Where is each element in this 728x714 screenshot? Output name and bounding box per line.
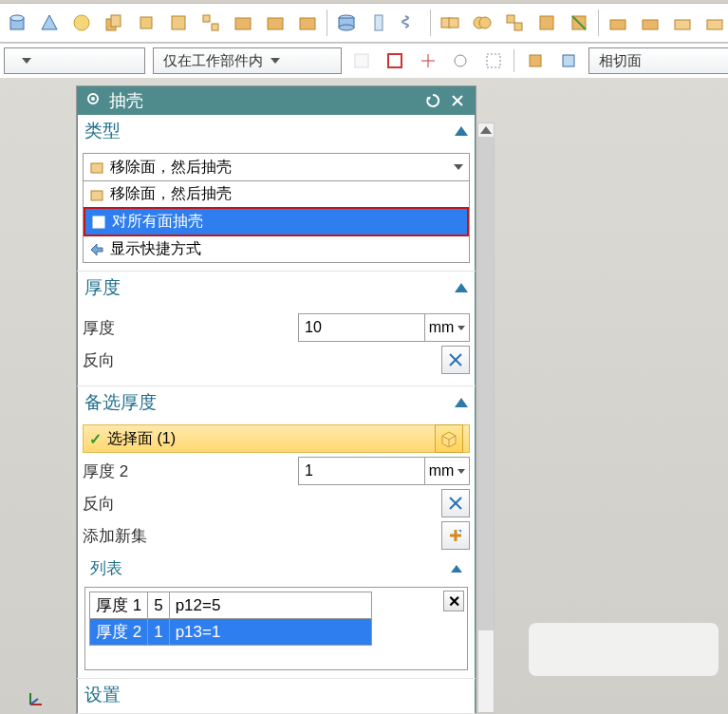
type-option-allfaces-label: 对所有面抽壳: [112, 212, 203, 232]
tool-db-icon[interactable]: [333, 9, 360, 36]
svg-rect-44: [91, 191, 103, 200]
filter-combo-1[interactable]: [4, 47, 145, 74]
section-alt-thickness-header[interactable]: 备选厚度: [77, 386, 476, 421]
tool-boolean1-icon[interactable]: [437, 9, 463, 36]
tool-cone-icon[interactable]: [36, 9, 63, 36]
svg-marker-46: [91, 244, 103, 255]
section-type-header[interactable]: 类型: [77, 115, 476, 149]
thickness2-unit-select[interactable]: mm: [425, 457, 470, 485]
section-alt-thickness-title: 备选厚度: [84, 390, 157, 415]
tool-extrude-icon[interactable]: [101, 9, 127, 36]
section-thickness: 厚度 厚度 10 mm 反向: [77, 272, 476, 386]
sel-tool-3-icon[interactable]: [415, 47, 440, 74]
section-thickness-header[interactable]: 厚度: [77, 272, 476, 306]
scroll-thumb[interactable]: [478, 137, 494, 630]
tool-pattern-icon[interactable]: [197, 9, 224, 36]
section-settings-header[interactable]: 设置: [77, 679, 476, 713]
view-cube1-icon[interactable]: [522, 47, 548, 74]
tool-assy4-icon[interactable]: [701, 9, 728, 36]
dialog-title: 抽壳: [109, 89, 143, 112]
reset-button[interactable]: [422, 90, 443, 111]
addset-button[interactable]: [441, 521, 470, 550]
type-option-remove-label: 移除面，然后抽壳: [110, 184, 232, 204]
svg-rect-31: [388, 54, 401, 67]
panel-scrollbar[interactable]: [477, 122, 495, 713]
thickness2-input[interactable]: 1: [298, 457, 425, 485]
svg-rect-43: [91, 163, 103, 173]
cell-r1c1: 厚度 1: [90, 592, 148, 619]
thickness2-value: 1: [305, 462, 313, 479]
thickness-label: 厚度: [83, 317, 298, 339]
scroll-up-icon[interactable]: [478, 123, 494, 137]
thickness2-unit-label: mm: [429, 462, 455, 479]
cube-remove-icon: [89, 187, 104, 202]
type-option-allfaces[interactable]: 对所有面抽壳: [84, 207, 469, 236]
type-option-remove[interactable]: 移除面，然后抽壳: [84, 181, 469, 207]
svg-rect-35: [487, 54, 500, 67]
scope-combo-value: 仅在工作部件内: [163, 52, 263, 70]
svg-rect-45: [93, 216, 104, 228]
thickness-unit-select[interactable]: mm: [425, 313, 470, 342]
face-filter-combo[interactable]: 相切面: [588, 47, 728, 74]
tool-box2-icon[interactable]: [262, 9, 289, 36]
svg-rect-22: [514, 23, 522, 30]
tool-box3-icon[interactable]: [294, 9, 321, 36]
tool-sweep-icon[interactable]: [165, 9, 192, 36]
tool-spring-icon[interactable]: [398, 9, 424, 36]
reverse-button[interactable]: [441, 346, 470, 374]
scope-combo[interactable]: 仅在工作部件内: [153, 47, 342, 74]
tool-sphere-icon[interactable]: [68, 9, 95, 36]
graphics-viewport[interactable]: 抽壳 类型 移除面，然后抽壳: [0, 78, 728, 714]
reverse2-label: 反向: [83, 493, 441, 515]
tool-box1-icon[interactable]: [230, 9, 256, 36]
tool-tube-icon[interactable]: [365, 9, 392, 36]
list-delete-button[interactable]: ✕: [443, 591, 464, 611]
type-option-shortcut[interactable]: 显示快捷方式: [84, 236, 469, 262]
sel-tool-5-icon[interactable]: [481, 47, 507, 74]
tool-assy1-icon[interactable]: [605, 9, 631, 36]
list-subheader-label: 列表: [90, 557, 122, 579]
svg-rect-37: [563, 55, 574, 66]
svg-point-20: [479, 17, 491, 28]
list-subheader[interactable]: 列表: [83, 554, 470, 583]
gear-icon: [84, 90, 102, 112]
table-row-selected[interactable]: 厚度 2 1 p13=1: [90, 619, 372, 646]
sel-tool-4-icon[interactable]: [448, 47, 474, 74]
svg-rect-26: [610, 20, 625, 29]
tool-assy3-icon[interactable]: [669, 9, 696, 36]
table-row[interactable]: 厚度 1 5 p12=5: [90, 592, 372, 619]
cell-r2c1: 厚度 2: [90, 619, 148, 646]
tool-feature1-icon[interactable]: [533, 9, 560, 36]
section-settings: 设置: [77, 679, 476, 714]
tool-cylinder-icon[interactable]: [4, 9, 30, 36]
svg-rect-36: [530, 55, 541, 66]
caret-icon: [454, 164, 463, 170]
reverse2-button[interactable]: [441, 489, 470, 517]
select-face-bar[interactable]: ✓ 选择面 (1): [83, 424, 470, 453]
svg-marker-57: [458, 530, 461, 533]
sel-tool-1-icon: [349, 47, 375, 74]
type-dropdown[interactable]: 移除面，然后抽壳: [83, 153, 470, 181]
svg-rect-27: [643, 20, 658, 29]
svg-rect-7: [172, 16, 185, 29]
svg-rect-8: [203, 15, 210, 22]
tool-revolve-icon[interactable]: [133, 9, 159, 36]
close-button[interactable]: [447, 90, 468, 111]
caret-icon: [22, 58, 31, 64]
tool-boolean3-icon[interactable]: [501, 9, 528, 36]
chevron-up-icon: [455, 283, 468, 292]
tool-feature2-icon[interactable]: [566, 9, 592, 36]
view-cube2-icon[interactable]: [555, 47, 581, 74]
sel-tool-2-icon[interactable]: [383, 47, 408, 74]
thickness-list: ✕ 厚度 1 5 p12=5 厚度 2 1 p13=1: [84, 587, 468, 670]
thickness-input[interactable]: 10: [298, 313, 425, 342]
cell-r1c2: 5: [148, 592, 169, 619]
svg-rect-21: [507, 15, 514, 23]
cell-r2c2: 1: [148, 619, 169, 646]
face-cube-button[interactable]: [435, 424, 463, 453]
svg-point-15: [339, 25, 354, 30]
tool-boolean2-icon[interactable]: [469, 9, 495, 36]
shell-dialog: 抽壳 类型 移除面，然后抽壳: [76, 85, 476, 714]
tool-assy2-icon[interactable]: [637, 9, 663, 36]
check-icon: ✓: [89, 430, 102, 448]
